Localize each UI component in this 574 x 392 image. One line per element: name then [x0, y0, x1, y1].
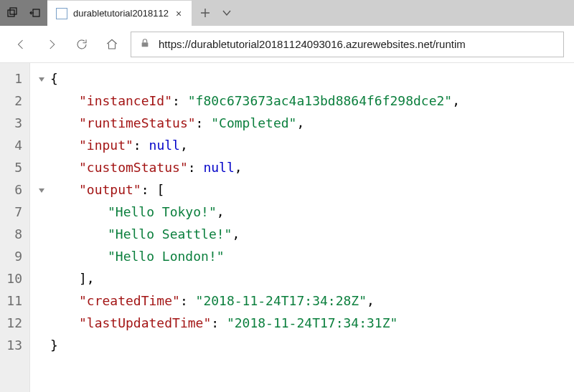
lock-icon [140, 38, 150, 50]
fold-arrow-icon[interactable] [33, 76, 50, 83]
json-null: null [149, 134, 180, 156]
line-number: 6 [6, 178, 22, 201]
code-line: "input": null, [33, 134, 574, 156]
json-string: "Hello Tokyo!" [108, 201, 217, 223]
code-line: "Hello London!" [33, 245, 574, 267]
tab-strip: durabletutorial2018112 × [47, 0, 574, 26]
favicon-icon [56, 8, 67, 19]
line-number: 10 [6, 267, 22, 290]
svg-rect-1 [10, 8, 17, 14]
json-string: "2018-11-24T17:34:31Z" [227, 312, 397, 334]
code-line: "output": [ [33, 178, 574, 201]
line-number: 9 [6, 245, 22, 267]
json-string: "Hello London!" [108, 245, 225, 267]
svg-rect-0 [8, 10, 14, 16]
json-key: "customStatus" [79, 156, 188, 178]
browser-tab[interactable]: durabletutorial2018112 × [47, 0, 192, 26]
json-key: "input" [79, 134, 133, 156]
url-host: ://durabletutorial20181124093016.azurewe… [182, 38, 466, 50]
svg-rect-3 [142, 42, 149, 47]
json-key: "createdTime" [79, 290, 180, 312]
code-line: "Hello Seattle!", [33, 223, 574, 245]
line-number: 1 [6, 67, 22, 90]
nav-bar: https://durabletutorial20181124093016.az… [0, 26, 574, 63]
address-bar[interactable]: https://durabletutorial20181124093016.az… [131, 32, 564, 57]
tab-actions [192, 0, 240, 26]
code-line: ], [33, 267, 574, 290]
code-line: } [33, 334, 574, 356]
new-tab-button[interactable] [194, 0, 216, 26]
line-number: 13 [6, 334, 22, 356]
home-button[interactable] [100, 33, 123, 56]
json-string: "Completed" [211, 112, 296, 134]
window-control-group [0, 0, 47, 26]
refresh-button[interactable] [70, 33, 93, 56]
cascade-windows-icon[interactable] [1, 0, 23, 26]
json-null: null [203, 156, 234, 178]
set-aside-tabs-icon[interactable] [24, 0, 46, 26]
line-number: 11 [6, 290, 22, 312]
code-line: "runtimeStatus": "Completed", [33, 112, 574, 134]
json-viewer: 12345678910111213 {"instanceId": "f80c67… [0, 63, 574, 392]
line-number: 7 [6, 201, 22, 223]
line-number-gutter: 12345678910111213 [0, 63, 30, 392]
json-string: "2018-11-24T17:34:28Z" [196, 290, 367, 312]
code-line: "Hello Tokyo!", [33, 201, 574, 223]
code-line: { [33, 67, 574, 90]
line-number: 8 [6, 223, 22, 245]
code-area[interactable]: {"instanceId": "f80c673673ac4a13bd8864f6… [30, 63, 574, 392]
line-number: 4 [6, 134, 22, 156]
line-number: 3 [6, 112, 22, 134]
json-key: "output" [79, 178, 141, 201]
line-number: 12 [6, 312, 22, 334]
fold-arrow-icon[interactable] [33, 187, 50, 194]
tab-dropdown-button[interactable] [216, 0, 237, 26]
json-string: "Hello Seattle!" [108, 223, 232, 245]
back-button[interactable] [10, 33, 33, 56]
code-line: "lastUpdatedTime": "2018-11-24T17:34:31Z… [33, 312, 574, 334]
tab-close-button[interactable]: × [174, 8, 183, 19]
forward-button[interactable] [40, 33, 63, 56]
json-string: "f80c673673ac4a13bd8864f6f298dce2" [188, 90, 452, 112]
code-line: "customStatus": null, [33, 156, 574, 178]
code-line: "createdTime": "2018-11-24T17:34:28Z", [33, 290, 574, 312]
url-scheme: https [159, 38, 182, 50]
svg-rect-2 [33, 9, 39, 16]
url-text: https://durabletutorial20181124093016.az… [159, 38, 466, 50]
line-number: 2 [6, 90, 22, 112]
line-number: 5 [6, 156, 22, 178]
code-line: "instanceId": "f80c673673ac4a13bd8864f6f… [33, 90, 574, 112]
title-bar: durabletutorial2018112 × [0, 0, 574, 26]
tab-title: durabletutorial2018112 [73, 8, 169, 19]
json-key: "lastUpdatedTime" [79, 312, 211, 334]
json-key: "instanceId" [79, 90, 172, 112]
json-key: "runtimeStatus" [79, 112, 196, 134]
